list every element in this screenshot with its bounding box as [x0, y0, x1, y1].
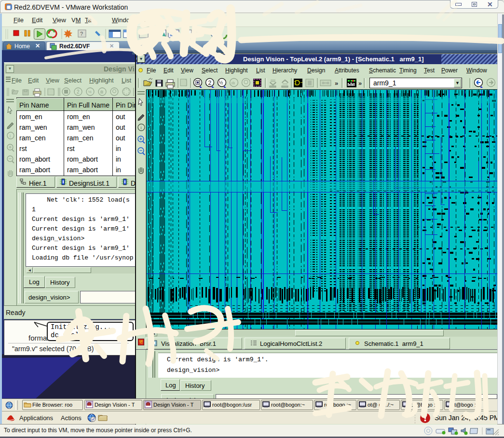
svg-text:½: ½	[88, 90, 92, 94]
svg-text:2: 2	[208, 80, 212, 86]
svg-text:i: i	[141, 125, 142, 130]
svg-text:½: ½	[219, 80, 223, 85]
svg-text:»: »	[358, 80, 362, 87]
svg-text:i: i	[10, 134, 11, 138]
svg-text:2: 2	[77, 89, 80, 95]
svg-text:?: ?	[80, 31, 83, 37]
svg-text:»: »	[335, 80, 338, 87]
